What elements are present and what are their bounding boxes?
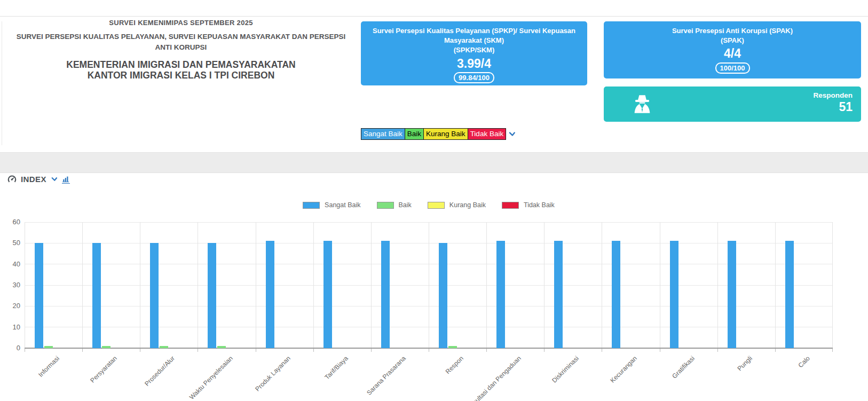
category-slot-diskriminasi bbox=[544, 222, 602, 348]
x-axis-label-konsultasi-dan-pengaduan: Konsultasi dan Pengaduan bbox=[463, 355, 523, 401]
x-axis-tick bbox=[371, 349, 372, 352]
chevron-down-icon[interactable] bbox=[508, 130, 516, 138]
bar-sangat-baik bbox=[150, 243, 159, 348]
x-axis-label-persyaratan: Persyaratan bbox=[89, 355, 119, 384]
bar-group bbox=[266, 222, 303, 348]
office-name: KANTOR IMIGRASI KELAS I TPI CIREBON bbox=[10, 70, 352, 81]
responden-card: Responden 51 bbox=[604, 87, 861, 122]
bar-baik bbox=[217, 346, 226, 348]
category-slot-pungli bbox=[717, 222, 775, 348]
spak-card-subtitle: (SPAK) bbox=[611, 36, 854, 45]
x-axis-label-prosedur-alur: Prosedur/Alur bbox=[143, 355, 176, 388]
bar-group bbox=[381, 222, 419, 348]
x-axis-tick bbox=[198, 349, 198, 352]
legend-item-baik[interactable]: Baik bbox=[377, 201, 412, 209]
bar-group bbox=[35, 222, 72, 348]
y-axis-tick-label: 40 bbox=[2, 260, 20, 268]
bar-sangat-baik bbox=[381, 241, 390, 348]
index-section-title: INDEX bbox=[21, 175, 46, 184]
category-slot-gratifikasi bbox=[660, 222, 717, 348]
spkp-score-badge: 99.84/100 bbox=[454, 72, 494, 83]
bar-group bbox=[612, 222, 649, 348]
x-axis-tick bbox=[256, 349, 256, 352]
bar-sangat-baik bbox=[496, 241, 505, 348]
x-axis-tick bbox=[775, 349, 776, 352]
x-axis-tick bbox=[140, 349, 140, 352]
legend-swatch-sangat-baik bbox=[303, 202, 320, 209]
x-axis-label-waktu-penyelesaian: Waktu Penyelesaian bbox=[187, 355, 234, 401]
rating-badges: Sangat BaikBaikKurang BaikTidak Baik bbox=[361, 128, 506, 140]
section-divider-band bbox=[0, 152, 868, 173]
category-slot-prosedur-alur bbox=[140, 222, 198, 348]
bar-baik bbox=[44, 346, 53, 348]
bar-chart-icon[interactable] bbox=[62, 175, 70, 184]
spy-icon bbox=[632, 93, 653, 115]
y-axis-tick-label: 20 bbox=[2, 302, 20, 310]
legend-swatch-tidak-baik bbox=[502, 202, 519, 209]
legend-label: Tidak Baik bbox=[524, 201, 555, 209]
chevron-down-icon[interactable] bbox=[50, 175, 58, 183]
survey-description: SURVEI PERSEPSI KUALITAS PELAYANAN, SURV… bbox=[10, 32, 352, 53]
category-slot-respon bbox=[429, 222, 486, 348]
x-axis-label-pungli: Pungli bbox=[736, 355, 753, 372]
x-axis-label-diskriminasi: Diskriminasi bbox=[551, 355, 581, 384]
x-axis-tick bbox=[25, 349, 25, 352]
chart-plot-area: 0102030405060InformasiPersyaratanProsedu… bbox=[25, 222, 833, 348]
y-axis-tick-label: 50 bbox=[2, 239, 20, 247]
gauge-icon bbox=[7, 174, 17, 184]
category-slot-konsultasi-dan-pengaduan bbox=[486, 222, 544, 348]
bar-sangat-baik bbox=[35, 243, 43, 348]
header-left-border bbox=[2, 21, 2, 145]
spak-card-title: Survei Presepsi Anti Korupsi (SPAK) bbox=[611, 26, 854, 36]
bar-group bbox=[208, 222, 245, 348]
spak-score: 4/4 bbox=[611, 46, 854, 60]
bar-sangat-baik bbox=[670, 241, 678, 348]
category-slot-sarana-prasarana bbox=[371, 222, 429, 348]
x-axis-label-informasi: Informasi bbox=[37, 355, 61, 379]
x-axis-label-respon: Respon bbox=[444, 355, 465, 375]
legend-swatch-baik bbox=[377, 202, 394, 209]
spkp-score: 3.99/4 bbox=[368, 57, 580, 70]
y-axis-tick-label: 30 bbox=[2, 281, 20, 289]
category-slot-calo bbox=[775, 222, 833, 348]
bar-sangat-baik bbox=[728, 241, 736, 348]
bar-sangat-baik bbox=[208, 243, 216, 348]
bar-sangat-baik bbox=[323, 241, 332, 348]
bar-sangat-baik bbox=[439, 243, 447, 348]
x-axis-label-produk-layanan: Produk Layanan bbox=[254, 355, 292, 393]
x-axis-label-kecurangan: Kecurangan bbox=[609, 355, 638, 384]
legend-item-tidak-baik[interactable]: Tidak Baik bbox=[502, 201, 555, 209]
legend-item-sangat-baik[interactable]: Sangat Baik bbox=[303, 201, 360, 209]
responden-label: Responden bbox=[813, 91, 853, 99]
spak-score-badge: 100/100 bbox=[715, 62, 750, 74]
bar-group bbox=[439, 222, 476, 348]
x-axis-tick bbox=[486, 349, 487, 352]
x-axis-tick bbox=[832, 349, 833, 352]
bar-group bbox=[92, 222, 130, 348]
bar-sangat-baik bbox=[92, 243, 101, 348]
legend-item-kurang-baik[interactable]: Kurang Baik bbox=[428, 201, 486, 209]
bar-group bbox=[496, 222, 534, 348]
survey-title-block: SURVEI KEMENIMIPAS SEPTEMBER 2025 SURVEI… bbox=[10, 19, 352, 81]
bar-sangat-baik bbox=[554, 241, 563, 348]
bar-sangat-baik bbox=[266, 241, 274, 348]
y-axis-tick-label: 60 bbox=[2, 218, 20, 226]
bar-group bbox=[728, 222, 765, 348]
bar-group bbox=[150, 222, 187, 348]
y-axis-tick-label: 10 bbox=[2, 323, 20, 331]
x-axis-label-calo: Calo bbox=[796, 355, 811, 369]
ministry-name: KEMENTERIAN IMIGRASI DAN PEMASYARAKATAN bbox=[10, 59, 352, 70]
spak-card: Survei Presepsi Anti Korupsi (SPAK) (SPA… bbox=[604, 21, 861, 78]
legend-label: Baik bbox=[399, 201, 412, 209]
bar-group bbox=[323, 222, 361, 348]
x-axis-tick bbox=[602, 349, 602, 352]
legend-label: Kurang Baik bbox=[449, 201, 486, 209]
rating-badge-baik: Baik bbox=[405, 128, 424, 140]
responden-count: 51 bbox=[813, 100, 853, 114]
category-slot-informasi bbox=[25, 222, 82, 348]
category-slot-waktu-penyelesaian bbox=[198, 222, 255, 348]
x-axis-tick bbox=[660, 349, 660, 352]
rating-badge-kurang-baik: Kurang Baik bbox=[423, 128, 468, 140]
chart-legend: Sangat BaikBaikKurang BaikTidak Baik bbox=[25, 201, 833, 209]
bar-sangat-baik bbox=[612, 241, 620, 348]
